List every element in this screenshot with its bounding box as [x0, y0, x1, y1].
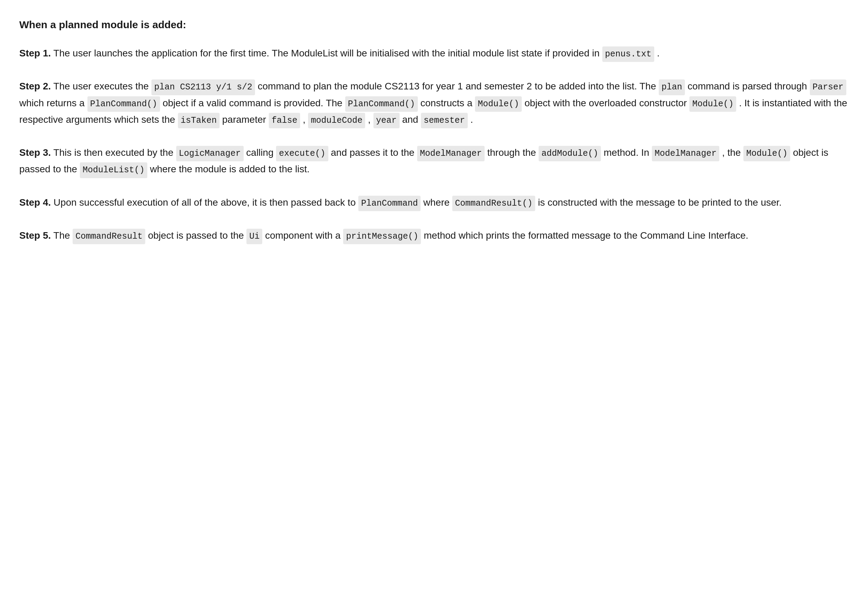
inline-code: PlanCommand(): [87, 96, 160, 112]
step1-text: Step 1. The user launches the applicatio…: [19, 45, 849, 62]
inline-code: Parser: [810, 79, 846, 95]
inline-code: CommandResult: [73, 229, 145, 244]
inline-code: moduleCode: [308, 113, 365, 128]
inline-code: semester: [421, 113, 468, 128]
inline-code: LogicManager: [176, 146, 244, 161]
inline-code: ModelManager: [417, 146, 485, 161]
step2-text: Step 2. The user executes the plan CS211…: [19, 79, 849, 128]
inline-code: Module(): [690, 96, 736, 112]
step5-text: Step 5. The CommandResult object is pass…: [19, 228, 849, 244]
step4-block: Step 4. Upon successful execution of all…: [19, 195, 849, 211]
inline-code: year: [374, 113, 400, 128]
step2-label: Step 2.: [19, 81, 51, 91]
steps-container: Step 1. The user launches the applicatio…: [19, 45, 849, 244]
step3-block: Step 3. This is then executed by the Log…: [19, 145, 849, 178]
step1-label: Step 1.: [19, 48, 51, 59]
step5-label: Step 5.: [19, 230, 51, 241]
step4-text: Step 4. Upon successful execution of all…: [19, 195, 849, 211]
inline-code: printMessage(): [343, 229, 421, 244]
step2-block: Step 2. The user executes the plan CS211…: [19, 79, 849, 128]
inline-code: ModelManager: [652, 146, 719, 161]
inline-code: plan: [659, 79, 685, 95]
inline-code: PlanCommand: [358, 196, 420, 211]
inline-code: addModule(): [539, 146, 601, 161]
step1-block: Step 1. The user launches the applicatio…: [19, 45, 849, 62]
step3-text: Step 3. This is then executed by the Log…: [19, 145, 849, 178]
inline-code: plan CS2113 y/1 s/2: [152, 79, 255, 95]
step5-block: Step 5. The CommandResult object is pass…: [19, 228, 849, 244]
inline-code: isTaken: [178, 113, 220, 128]
inline-code: CommandResult(): [452, 196, 535, 211]
inline-code: false: [269, 113, 300, 128]
inline-code: penus.txt: [602, 46, 654, 62]
section-heading: When a planned module is added:: [19, 17, 849, 33]
inline-code: Module(): [475, 96, 522, 112]
inline-code: ModuleList(): [80, 162, 147, 178]
step4-label: Step 4.: [19, 197, 51, 208]
step3-label: Step 3.: [19, 147, 51, 158]
inline-code: PlanCommand(): [345, 96, 418, 112]
inline-code: Module(): [743, 146, 790, 161]
inline-code: execute(): [276, 146, 328, 161]
inline-code: Ui: [246, 229, 262, 244]
